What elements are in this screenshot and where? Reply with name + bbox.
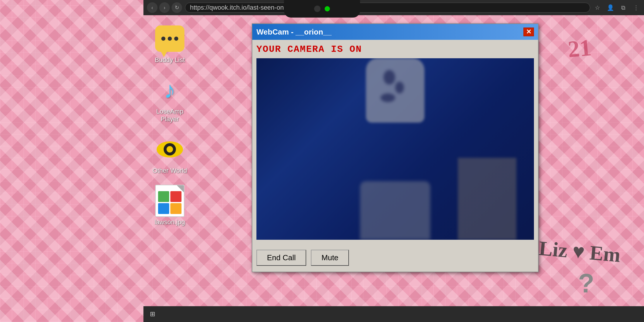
buddy-dot-1	[161, 37, 165, 41]
loseamp-label: LoseAmp Player	[146, 108, 193, 123]
browser-icons-right: ☆ 👤 ⧉ ⋮	[593, 3, 640, 12]
browser-nav-buttons: ‹ › ↻	[147, 2, 182, 13]
file-square-1	[158, 191, 169, 202]
desktop-icon-loseamp[interactable]: ♪ LoseAmp Player	[146, 76, 193, 123]
desktop-icon-lawson[interactable]: lawson.jpg	[146, 186, 193, 226]
video-feed	[256, 58, 534, 240]
webcam-dialog: WebCam - __orion__ ✕ YOUR CAMERA IS ON E…	[252, 23, 539, 272]
buddy-list-icon	[155, 24, 184, 53]
profile-icon[interactable]: 👤	[606, 3, 615, 12]
back-button[interactable]: ‹	[147, 2, 157, 13]
eye-inner	[164, 143, 176, 155]
buddy-list-label: Buddy List	[155, 56, 185, 64]
file-icon-shape	[155, 185, 184, 217]
file-square-2	[170, 191, 181, 202]
address-text: https://qwook.itch.io/last-seen-online	[190, 4, 294, 11]
eye-icon-container	[155, 135, 184, 164]
dialog-controls: End Call Mute	[252, 244, 538, 272]
lawson-file-icon	[155, 186, 184, 215]
webcam-bar	[284, 0, 360, 18]
other-world-icon	[155, 135, 184, 164]
camera-on-text: YOUR CAMERA IS ON	[256, 44, 534, 55]
dialog-body: YOUR CAMERA IS ON	[252, 40, 538, 244]
end-call-button[interactable]: End Call	[256, 250, 306, 266]
file-square-4	[170, 203, 181, 214]
buddy-icon-shape	[155, 25, 184, 52]
decorative-qmark: ?	[578, 268, 594, 299]
lawson-label: lawson.jpg	[155, 218, 185, 226]
eye-outer	[157, 141, 183, 157]
loseamp-icon: ♪	[155, 76, 184, 105]
address-bar[interactable]: https://qwook.itch.io/last-seen-online	[185, 3, 590, 13]
eye-pupil	[167, 146, 173, 153]
file-square-3	[158, 203, 169, 214]
taskbar: ⊞	[143, 306, 644, 322]
dialog-titlebar: WebCam - __orion__ ✕	[252, 24, 538, 40]
decorative-text-1: 21	[567, 34, 592, 63]
dialog-title: WebCam - __orion__	[256, 28, 332, 37]
desktop-icon-other-world[interactable]: Other World	[146, 135, 193, 174]
desktop-icons: Buddy List ♪ LoseAmp Player Other World	[143, 15, 237, 322]
close-icon: ✕	[526, 28, 531, 36]
extension-icon[interactable]: ⧉	[619, 3, 628, 12]
bookmark-icon[interactable]: ☆	[593, 3, 602, 12]
refresh-button[interactable]: ↻	[172, 2, 182, 13]
dialog-close-button[interactable]: ✕	[523, 28, 534, 36]
forward-button[interactable]: ›	[159, 2, 170, 13]
webcam-camera-dot	[314, 6, 321, 12]
file-icon-content	[158, 191, 181, 214]
mute-button[interactable]: Mute	[311, 250, 349, 266]
desktop-icon-buddy-list[interactable]: Buddy List	[146, 24, 193, 64]
other-world-label: Other World	[153, 167, 187, 174]
menu-icon[interactable]: ⋮	[632, 3, 640, 12]
music-note-icon: ♪	[164, 77, 176, 104]
webcam-led	[325, 6, 330, 11]
video-overlay	[256, 58, 534, 240]
browser-bar: ‹ › ↻ https://qwook.itch.io/last-seen-on…	[143, 0, 644, 15]
buddy-dot-3	[174, 37, 178, 41]
taskbar-start[interactable]: ⊞	[146, 308, 159, 320]
buddy-dot-2	[168, 37, 172, 41]
